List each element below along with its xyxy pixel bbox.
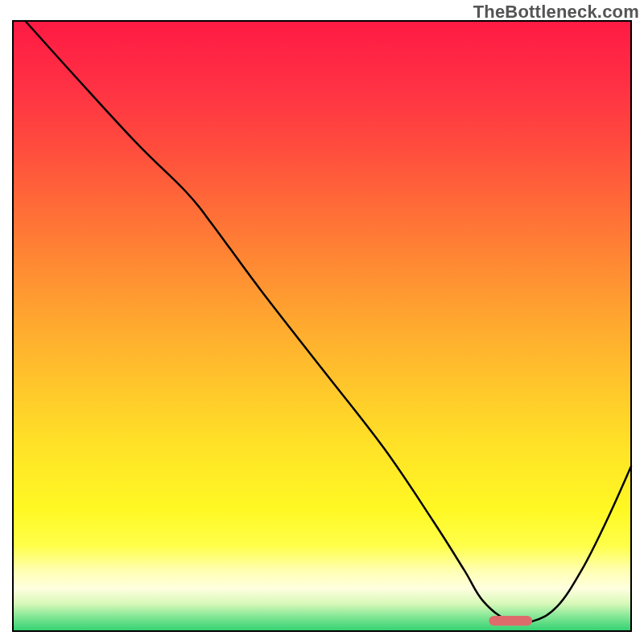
chart-container: TheBottleneck.com xyxy=(0,0,644,644)
bottleneck-chart xyxy=(0,0,644,644)
optimal-marker xyxy=(489,616,532,625)
watermark-text: TheBottleneck.com xyxy=(473,2,639,23)
plot-background-gradient xyxy=(13,21,631,631)
